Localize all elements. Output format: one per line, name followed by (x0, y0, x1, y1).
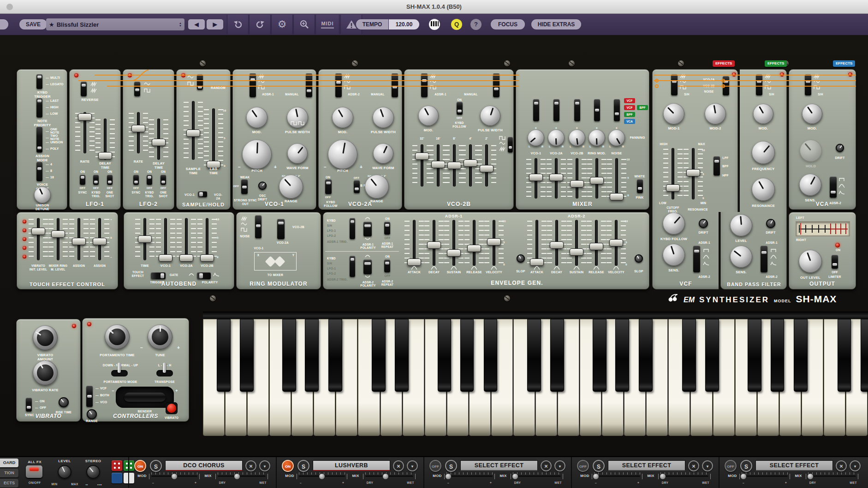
vca-mod-knob[interactable] (802, 104, 822, 124)
fx-slot-3-name[interactable]: SELECT EFFECT (608, 460, 685, 471)
tec-slider-2[interactable] (71, 218, 87, 260)
black-key-o0[interactable] (217, 319, 231, 392)
adsr2-decay-slider[interactable] (548, 220, 565, 266)
lfo2-wave-switch[interactable] (134, 82, 140, 96)
vco2a-pw-source-switch[interactable] (392, 73, 398, 97)
autobend-slider-2-cap[interactable] (179, 254, 193, 262)
bpf-mod-knob[interactable] (753, 104, 773, 124)
voice-count-switch[interactable] (36, 162, 42, 181)
preset-field[interactable]: ★ Blissful Sizzler ▲▼ (46, 18, 184, 30)
adsr2-attack-slider[interactable] (529, 220, 545, 266)
fx-slot-4-solo-button[interactable]: S (740, 460, 752, 472)
mixer-level-slider-3-cap[interactable] (590, 177, 604, 184)
mixer-route-slider-1[interactable] (553, 99, 559, 121)
preset-spinner-icon[interactable]: ▲▼ (179, 22, 182, 27)
black-key-o3[interactable] (794, 319, 808, 392)
output-out-level-knob[interactable] (799, 250, 822, 273)
fx-slot-2-solo-button[interactable]: S (445, 460, 457, 472)
adsr1-release-slider-cap[interactable] (467, 245, 481, 252)
lfo1-kybdtrig-toggle[interactable] (93, 175, 99, 185)
vco2b-wave-select[interactable] (508, 137, 513, 153)
undo-button[interactable] (227, 15, 249, 34)
black-key-o3[interactable] (705, 319, 719, 392)
vca-sens-knob[interactable] (799, 174, 821, 196)
window-control-dot[interactable] (6, 4, 13, 10)
mixer-noise-color-switch[interactable] (637, 179, 643, 193)
vcf-mod2-source-switch[interactable] (723, 76, 729, 95)
mixer-level-slider-4[interactable] (608, 158, 625, 199)
fx-slot-2-expand-button[interactable]: ▼ (554, 460, 565, 471)
vibrato-rise-time-trimmer[interactable] (59, 397, 69, 407)
lfo2-delay-slider-cap[interactable] (152, 139, 166, 146)
next-preset-button[interactable]: ▶ (207, 19, 223, 29)
black-key-o4[interactable] (838, 319, 851, 392)
fx-slot-1-name[interactable]: LUSHVERB (313, 460, 390, 471)
adsr1-sustain-slider[interactable] (446, 220, 462, 266)
note-priority-switch[interactable] (36, 98, 42, 118)
tec-slider-0-cap[interactable] (31, 228, 45, 235)
fx-slot-1-remove-button[interactable]: × (393, 460, 404, 471)
mixer-level-slider-3[interactable] (589, 158, 605, 199)
env-adsr2-trig-select[interactable] (350, 256, 355, 277)
vco2a-mod-knob[interactable] (332, 107, 353, 128)
adsr1-decay-slider-cap[interactable] (427, 241, 441, 249)
portamento-mode-lever[interactable] (111, 370, 128, 376)
fx-slot-0-remove-button[interactable]: × (245, 460, 256, 471)
prev-preset-button[interactable]: ◀ (188, 19, 205, 29)
black-key-o1[interactable] (395, 319, 409, 392)
midi-button[interactable]: MIDI (315, 15, 339, 34)
fx-slot-1-mod-slider[interactable] (299, 476, 345, 478)
vco2b-slider-0[interactable] (414, 144, 430, 187)
adsr1-velocity-slider[interactable] (486, 220, 502, 266)
vco1-pitch-knob[interactable] (242, 140, 272, 169)
transpose-lever[interactable] (156, 370, 173, 376)
env-adsr1-repeat[interactable] (384, 222, 390, 235)
fx-slot-4-expand-button[interactable]: ▼ (850, 460, 861, 471)
black-key-o3[interactable] (748, 319, 761, 392)
fx-slot-3-mix-slider[interactable] (660, 476, 708, 478)
vco2b-slider-4[interactable] (478, 144, 495, 187)
sh-sample-time-slider-cap[interactable] (186, 129, 200, 137)
mixer-level-slider-1[interactable] (548, 158, 565, 199)
tec-slider-0[interactable] (30, 218, 47, 260)
bpf-env-select-switch[interactable] (761, 246, 767, 272)
black-key-o3[interactable] (771, 319, 785, 392)
fx-color-pad-0[interactable] (112, 460, 122, 471)
vco2a-pulse-width-knob[interactable] (373, 107, 394, 128)
clipped-left-button[interactable] (0, 19, 8, 29)
output-limiter-switch[interactable] (832, 255, 838, 269)
vco1-range-knob[interactable] (279, 175, 303, 199)
hide-extras-button[interactable]: HIDE EXTRAS (531, 19, 581, 29)
black-key-o4[interactable] (861, 319, 868, 392)
lfo2-rate-slider[interactable] (130, 112, 147, 153)
fx-slot-4-mod-slider[interactable] (742, 476, 788, 478)
lfo1-sync-toggle[interactable] (80, 175, 85, 185)
black-key-o1[interactable] (484, 319, 498, 392)
adsr2-velocity-slider[interactable] (608, 220, 624, 266)
mixer-pan-knob-2[interactable] (569, 129, 585, 146)
vco1-mod-knob[interactable] (246, 107, 268, 128)
autobend-slider-3-cap[interactable] (200, 254, 214, 262)
fx-slot-0-name[interactable]: DCO CHORUS (165, 460, 243, 471)
adsr1-decay-slider[interactable] (426, 220, 442, 266)
adsr2-velocity-slider-cap[interactable] (609, 239, 623, 247)
tec-slider-2-cap[interactable] (72, 238, 86, 245)
fx-tab-2[interactable]: ECTS (0, 479, 18, 488)
vcf-sens-knob[interactable] (663, 244, 685, 266)
autobend-trigger-switch[interactable] (151, 272, 166, 279)
virtual-keyboard-button[interactable] (429, 19, 440, 30)
vcf-cutoff-slider[interactable] (665, 148, 681, 200)
tempo-value[interactable]: 120.00 (389, 19, 419, 29)
black-key-o2[interactable] (615, 319, 629, 392)
vco1-pulse-width-knob[interactable] (287, 107, 308, 128)
assign-mode-switch[interactable] (36, 127, 42, 153)
vca-drift-trimmer[interactable] (836, 144, 844, 152)
adsr2-sustain-slider[interactable] (568, 220, 585, 266)
fx-slot-0-expand-button[interactable]: ▼ (259, 460, 270, 471)
lfo2-sync-toggle[interactable] (133, 175, 139, 185)
sh-lag-time-slider[interactable] (205, 108, 222, 167)
mixer-level-slider-0[interactable] (528, 158, 544, 199)
fx-slot-0-solo-button[interactable]: S (150, 460, 162, 472)
vcf-resonance-slider[interactable] (685, 148, 702, 200)
focus-button[interactable]: FOCUS (491, 19, 525, 29)
